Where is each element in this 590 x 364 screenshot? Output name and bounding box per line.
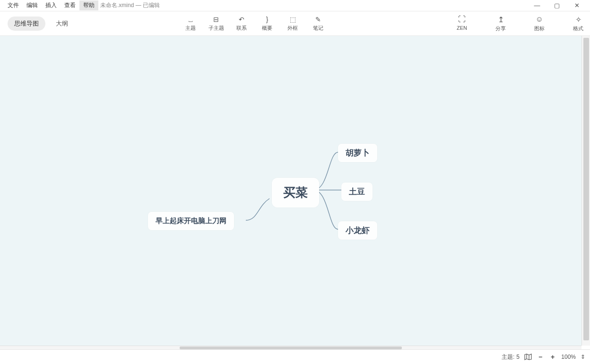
tool-share[interactable]: ↥ 分享: [495, 15, 506, 32]
statusbar: 主题: 5 − + 100% ⇕: [0, 349, 590, 364]
tool-topic[interactable]: ⎵ 主题: [179, 12, 202, 35]
menu-help[interactable]: 帮助: [79, 0, 98, 10]
map-icon: [524, 354, 532, 360]
tool-label: 概要: [262, 25, 272, 32]
node-child-2[interactable]: 小龙虾: [338, 221, 377, 240]
tool-boundary[interactable]: ⬚ 外框: [281, 12, 304, 35]
menu-edit[interactable]: 编辑: [23, 0, 42, 10]
menu-insert[interactable]: 插入: [42, 0, 61, 10]
canvas-wrapper: 买菜 胡萝卜 土豆 小龙虾 早上起床开电脑上刀网: [0, 36, 590, 349]
tool-format[interactable]: ✧ 格式: [573, 15, 583, 32]
menu-view[interactable]: 查看: [61, 0, 79, 10]
node-child-1[interactable]: 土豆: [341, 182, 373, 201]
tool-group-right: ⛶ ZEN ↥ 分享 ☺ 图标 ✧ 格式: [457, 15, 583, 32]
menu-file[interactable]: 文件: [4, 0, 23, 10]
tool-label: 子主题: [208, 25, 224, 32]
tool-label: ZEN: [457, 25, 467, 31]
summary-icon: }: [266, 15, 269, 24]
emoji-icon: ☺: [536, 15, 543, 24]
tool-relation[interactable]: ↶ 联系: [230, 12, 253, 35]
view-tabs: 思维导图 大纲: [8, 17, 75, 31]
tool-group-main: ⎵ 主题 ⊟ 子主题 ↶ 联系 } 概要 ⬚ 外框 ✎ 笔记: [179, 12, 330, 35]
node-central[interactable]: 买菜: [272, 178, 319, 208]
tool-label: 联系: [236, 25, 247, 32]
maximize-button[interactable]: ▢: [551, 2, 563, 9]
scrollbar-vertical[interactable]: [581, 36, 590, 346]
tool-zen[interactable]: ⛶ ZEN: [457, 15, 467, 32]
zoom-expand-button[interactable]: ⇕: [581, 354, 585, 360]
tool-subtopic[interactable]: ⊟ 子主题: [204, 12, 228, 35]
share-icon: ↥: [498, 15, 504, 24]
scrollbar-horizontal[interactable]: [0, 346, 581, 349]
tool-label: 笔记: [313, 25, 323, 32]
zoom-in-button[interactable]: +: [549, 353, 556, 361]
format-icon: ✧: [575, 15, 581, 24]
status-topic-count: 主题: 5: [502, 353, 520, 361]
menubar: 文件 编辑 插入 查看 帮助 未命名.xmind — 已编辑 — ▢ ✕: [0, 0, 590, 11]
window-controls: — ▢ ✕: [531, 2, 586, 9]
zoom-out-button[interactable]: −: [537, 353, 544, 361]
relation-icon: ↶: [239, 15, 244, 24]
tool-label: 分享: [495, 25, 506, 32]
scrollbar-thumb-v[interactable]: [583, 38, 589, 340]
topic-icon: ⎵: [189, 15, 192, 24]
map-overview-button[interactable]: [524, 354, 532, 360]
note-icon: ✎: [315, 15, 321, 24]
toolbar: 思维导图 大纲 ⎵ 主题 ⊟ 子主题 ↶ 联系 } 概要 ⬚ 外框 ✎ 笔记 ⛶: [0, 11, 590, 36]
status-label: 主题:: [502, 353, 514, 361]
tool-label: 外框: [287, 25, 298, 32]
tool-icon[interactable]: ☺ 图标: [534, 15, 545, 32]
node-child-0[interactable]: 胡萝卜: [338, 144, 377, 162]
tool-label: 格式: [573, 25, 583, 32]
node-floating[interactable]: 早上起床开电脑上刀网: [148, 212, 234, 230]
zoom-value[interactable]: 100%: [561, 354, 576, 360]
document-title: 未命名.xmind — 已编辑: [100, 1, 160, 9]
minimize-button[interactable]: —: [531, 2, 543, 9]
boundary-icon: ⬚: [290, 15, 296, 24]
zen-icon: ⛶: [458, 15, 466, 24]
tool-summary[interactable]: } 概要: [255, 12, 279, 35]
tab-outline[interactable]: 大纲: [49, 17, 75, 31]
tool-label: 主题: [185, 25, 196, 32]
tool-note[interactable]: ✎ 笔记: [306, 12, 330, 35]
subtopic-icon: ⊟: [213, 15, 219, 24]
tab-mindmap[interactable]: 思维导图: [8, 17, 45, 31]
status-value: 5: [516, 354, 520, 360]
tool-label: 图标: [534, 25, 545, 32]
mindmap-canvas[interactable]: 买菜 胡萝卜 土豆 小龙虾 早上起床开电脑上刀网: [0, 36, 581, 346]
close-button[interactable]: ✕: [571, 2, 582, 9]
